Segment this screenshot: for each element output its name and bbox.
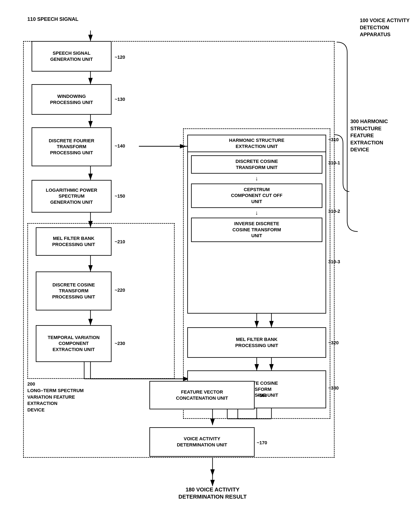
log-power-block: LOGARITHMIC POWERSPECTRUMGENERATION UNIT xyxy=(32,180,112,212)
harmonic-structure-label: HARMONIC STRUCTUREEXTRACTION UNIT xyxy=(229,138,284,149)
dct-310-1-label: DISCRETE COSINETRANSFORM UNIT xyxy=(235,159,278,170)
vad-result-label: 180 VOICE ACTIVITYDETERMINATION RESULT xyxy=(139,486,286,500)
dct-220-label: DISCRETE COSINETRANSFORMPROCESSING UNIT xyxy=(52,282,95,300)
feature-vector-ref: ~160 xyxy=(257,392,267,399)
windowing-block: WINDOWINGPROCESSING UNIT xyxy=(32,84,112,115)
vad-unit-label: VOICE ACTIVITYDETERMINATION UNIT xyxy=(177,436,227,448)
dct-330-ref: ~330 xyxy=(328,385,339,391)
vad-unit-ref: ~170 xyxy=(257,440,267,446)
vad-apparatus-label: 100 VOICE ACTIVITYDETECTIONAPPARATUS xyxy=(360,17,414,38)
mel-filter-210-label: MEL FILTER BANKPROCESSING UNIT xyxy=(52,236,95,247)
cepstrum-cutoff-ref: 310-2 xyxy=(328,208,340,214)
temporal-variation-label: TEMPORAL VARIATIONCOMPONENTEXTRACTION UN… xyxy=(48,335,100,353)
feature-vector-block: FEATURE VECTORCONCATENATION UNIT xyxy=(149,381,255,409)
mel-filter-320-label: MEL FILTER BANKPROCESSING UNIT xyxy=(235,336,278,349)
log-power-label: LOGARITHMIC POWERSPECTRUMGENERATION UNIT xyxy=(46,187,97,205)
harmonic-device-label: 300 HARMONICSTRUCTUREFEATUREEXTRACTIONDE… xyxy=(350,118,409,153)
mel-filter-210-block: MEL FILTER BANKPROCESSING UNIT xyxy=(36,227,112,256)
vad-unit-block: VOICE ACTIVITYDETERMINATION UNIT xyxy=(149,427,255,457)
cepstrum-cutoff-label: CEPSTRUMCOMPONENT CUT OFFUNIT xyxy=(231,187,283,204)
mel-filter-320-ref: ~320 xyxy=(328,340,339,346)
inverse-dct-ref: 310-3 xyxy=(328,259,340,265)
temporal-variation-ref: ~230 xyxy=(115,341,125,347)
dft-block: DISCRETE FOURIERTRANSFORMPROCESSING UNIT xyxy=(32,127,112,166)
harmonic-structure-block: HARMONIC STRUCTUREEXTRACTION UNIT DISCRE… xyxy=(187,135,326,314)
dct-220-block: DISCRETE COSINETRANSFORMPROCESSING UNIT xyxy=(36,271,112,311)
windowing-label: WINDOWINGPROCESSING UNIT xyxy=(50,93,93,106)
feature-vector-label: FEATURE VECTORCONCATENATION UNIT xyxy=(176,389,228,401)
dft-label: DISCRETE FOURIERTRANSFORMPROCESSING UNIT xyxy=(49,138,94,156)
diagram-container: 110 SPEECH SIGNAL SPEECH SIGNALGENERATIO… xyxy=(0,0,420,523)
ltsv-device-label: 200LONG–TERM SPECTRUMVARIATION FEATUREEX… xyxy=(27,381,107,413)
speech-signal-label: 110 SPEECH SIGNAL xyxy=(27,16,79,22)
dct-220-ref: ~220 xyxy=(115,287,125,293)
harmonic-structure-ref: ~310 xyxy=(328,137,339,143)
inverse-dct-label: INVERSE DISCRETECOSINE TRANSFORMUNIT xyxy=(233,221,281,238)
dct-310-1-ref: 310-1 xyxy=(328,160,340,166)
temporal-variation-block: TEMPORAL VARIATIONCOMPONENTEXTRACTION UN… xyxy=(36,325,112,362)
mel-filter-210-ref: ~210 xyxy=(115,239,125,245)
log-power-ref: ~150 xyxy=(115,193,125,199)
windowing-ref: ~130 xyxy=(115,96,125,103)
mel-filter-320-block: MEL FILTER BANKPROCESSING UNIT xyxy=(187,327,326,358)
dft-ref: ~140 xyxy=(115,143,125,149)
